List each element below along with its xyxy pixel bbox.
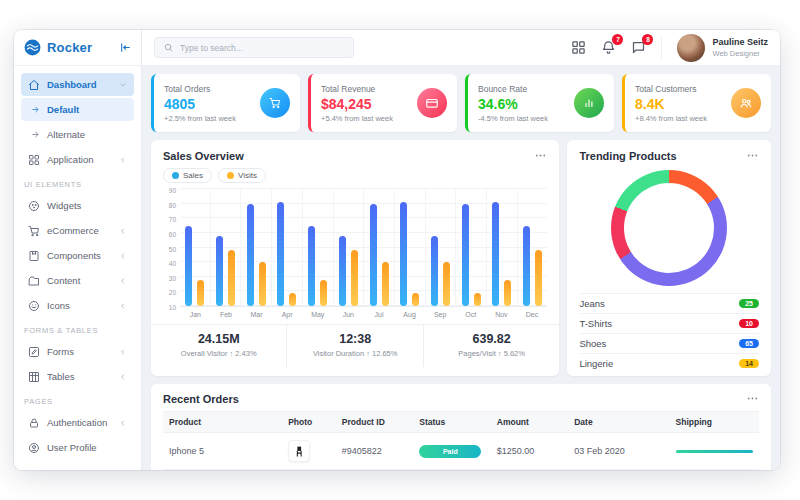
- donut-chart: [611, 170, 727, 286]
- trending-item-lingerie[interactable]: Lingerie 14: [579, 353, 759, 373]
- bar-visits-feb[interactable]: [228, 250, 235, 306]
- legend-item-visits[interactable]: Visits: [218, 168, 266, 183]
- sidebar-item-components[interactable]: Components: [21, 244, 134, 267]
- x-tick-label: Mar: [241, 311, 272, 318]
- trending-item-t-shirts[interactable]: T-Shirts 10: [579, 313, 759, 333]
- sidebar-item-default[interactable]: Default: [21, 98, 134, 121]
- bar-group-sep: [426, 189, 457, 306]
- bar-visits-nov[interactable]: [504, 280, 511, 306]
- bar-sales-aug[interactable]: [400, 202, 407, 306]
- chevron-left-icon: [119, 348, 127, 356]
- sidebar-item-alternate[interactable]: Alternate: [21, 123, 134, 146]
- bar-visits-sep[interactable]: [443, 262, 450, 306]
- trending-item-jeans[interactable]: Jeans 25: [579, 293, 759, 313]
- trending-products-menu-icon[interactable]: [746, 149, 759, 162]
- notifications-bell-icon[interactable]: 7: [601, 40, 616, 55]
- legend-item-sales[interactable]: Sales: [163, 168, 212, 183]
- bar-visits-jan[interactable]: [197, 280, 204, 306]
- column-header-date[interactable]: Date: [568, 412, 669, 433]
- trending-item-shoes[interactable]: Shoes 65: [579, 333, 759, 353]
- sidebar-item-content[interactable]: Content: [21, 269, 134, 292]
- x-tick-label: Nov: [486, 311, 517, 318]
- bar-visits-apr[interactable]: [289, 293, 296, 306]
- bar-sales-jul[interactable]: [370, 204, 377, 306]
- stat-delta: +5.4% from last week: [321, 114, 417, 123]
- bar-group-oct: [456, 189, 487, 306]
- bar-sales-dec[interactable]: [523, 226, 530, 306]
- bar-visits-jul[interactable]: [382, 262, 389, 306]
- bar-visits-mar[interactable]: [259, 262, 266, 306]
- recent-orders-card: Recent Orders ProductPhotoProduct IDStat…: [151, 384, 771, 470]
- forms-icon: [28, 346, 40, 358]
- table-row[interactable]: Iphone 5 #9405822 Paid $1250.00 03 Feb 2…: [163, 433, 759, 470]
- footer-stat-value: 12:38: [291, 332, 418, 346]
- sales-overview-menu-icon[interactable]: [534, 149, 547, 162]
- sidebar-item-dashboard[interactable]: Dashboard: [21, 73, 134, 96]
- bar-sales-mar[interactable]: [247, 204, 254, 306]
- bar-group-dec: [518, 189, 548, 306]
- chevron-left-icon: [119, 277, 127, 285]
- apps-icon[interactable]: [571, 40, 586, 55]
- column-header-photo[interactable]: Photo: [282, 412, 336, 433]
- sidebar-item-ecommerce[interactable]: eCommerce: [21, 219, 134, 242]
- stat-value: $84,245: [321, 96, 417, 112]
- sidebar-item-forms[interactable]: Forms: [21, 340, 134, 363]
- trending-item-label: Lingerie: [579, 358, 613, 369]
- column-header-amount[interactable]: Amount: [491, 412, 568, 433]
- stat-delta: +2.5% from last week: [164, 114, 260, 123]
- messages-chat-icon[interactable]: 8: [631, 40, 646, 55]
- chevron-left-icon: [119, 419, 127, 427]
- bar-sales-feb[interactable]: [216, 236, 223, 306]
- bar-group-jul: [364, 189, 395, 306]
- orders-table-header: ProductPhotoProduct IDStatusAmountDateSh…: [163, 412, 759, 433]
- topbar-actions: 7 8 Pauline Seitz Web Designer: [571, 34, 768, 62]
- bar-sales-nov[interactable]: [492, 202, 499, 306]
- bar-visits-may[interactable]: [320, 280, 327, 306]
- column-header-product-id[interactable]: Product ID: [336, 412, 413, 433]
- recent-orders-menu-icon[interactable]: [746, 392, 759, 405]
- column-header-status[interactable]: Status: [413, 412, 490, 433]
- bar-sales-sep[interactable]: [431, 236, 438, 306]
- bar-sales-apr[interactable]: [277, 202, 284, 306]
- bar-chart: 102030405060708090: [163, 189, 547, 307]
- bar-visits-aug[interactable]: [412, 293, 419, 306]
- components-icon: [28, 250, 40, 262]
- trending-products-card: Trending Products Jeans 25 T-Shirts 10 S…: [567, 140, 771, 376]
- sidebar-item-user-profile[interactable]: User Profile: [21, 436, 134, 459]
- search-input[interactable]: [180, 43, 345, 53]
- bar-sales-jun[interactable]: [339, 236, 346, 306]
- bar-group-nov: [487, 189, 518, 306]
- stat-value: 34.6%: [478, 96, 574, 112]
- sidebar-collapse-icon[interactable]: [119, 41, 132, 54]
- bar-group-mar: [241, 189, 272, 306]
- y-tick-label: 40: [169, 260, 176, 267]
- footer-stat-value: 639.82: [428, 332, 555, 346]
- search-box[interactable]: [154, 37, 354, 58]
- sidebar-item-tables[interactable]: Tables: [21, 365, 134, 388]
- stat-card-bounce-rate: Bounce Rate 34.6% -4.5% from last week: [465, 74, 614, 132]
- bar-sales-oct[interactable]: [462, 204, 469, 306]
- user-icon: [28, 442, 40, 454]
- sidebar-item-icons[interactable]: Icons: [21, 294, 134, 317]
- x-tick-label: Sep: [425, 311, 456, 318]
- bar-visits-dec[interactable]: [535, 250, 542, 306]
- cell-shipping: [670, 433, 759, 470]
- sales-footer: 24.15M Overall Visitor ↑ 2.43% 12:38 Vis…: [151, 324, 559, 367]
- bar-visits-jun[interactable]: [351, 250, 358, 306]
- message-badge: 8: [642, 34, 653, 45]
- sidebar-section-ui-elements: UI ELEMENTS: [24, 180, 131, 189]
- column-header-shipping[interactable]: Shipping: [670, 412, 759, 433]
- footer-stat-label: Overall Visitor ↑ 2.43%: [155, 349, 282, 358]
- sidebar-item-application[interactable]: Application: [21, 148, 134, 171]
- bar-visits-oct[interactable]: [474, 293, 481, 306]
- product-photo[interactable]: [288, 440, 310, 462]
- x-tick-label: Apr: [272, 311, 303, 318]
- sidebar-item-widgets[interactable]: Widgets: [21, 194, 134, 217]
- sales-overview-card: Sales Overview Sales Visits 102030405060…: [151, 140, 559, 376]
- bar-sales-may[interactable]: [308, 226, 315, 306]
- sidebar-item-authentication[interactable]: Authentication: [21, 411, 134, 434]
- user-menu[interactable]: Pauline Seitz Web Designer: [677, 34, 768, 62]
- chart-x-axis: JanFebMarAprMayJunJulAugSepOctNovDec: [180, 307, 547, 321]
- bar-sales-jan[interactable]: [185, 226, 192, 306]
- column-header-product[interactable]: Product: [163, 412, 282, 433]
